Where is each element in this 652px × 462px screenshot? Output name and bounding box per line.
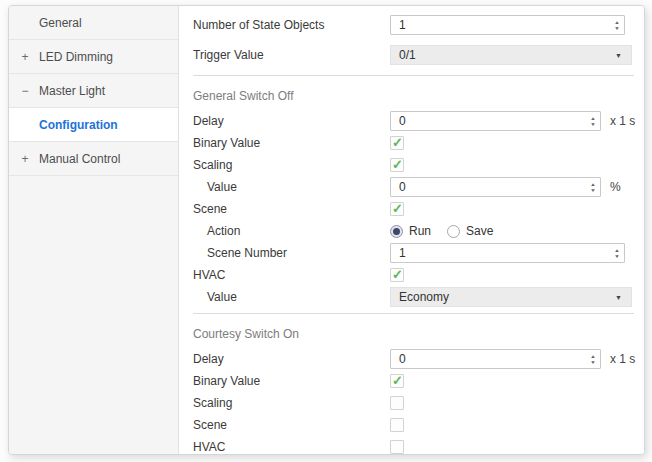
- sidebar-item-label: General: [39, 16, 82, 30]
- param-row-scene-courtesy: Scene: [193, 414, 644, 436]
- dropdown-arrow-icon: ▼: [615, 294, 622, 301]
- hvac-value-select[interactable]: Economy ▼: [390, 287, 632, 307]
- spinner-up-icon[interactable]: ▲: [590, 354, 596, 359]
- action-radio-group: Run Save: [390, 224, 509, 238]
- scaling-value-input-group: ▲ ▼: [390, 177, 601, 197]
- param-row-hvac: HVAC ✓: [193, 264, 644, 286]
- param-row-binary-value-courtesy: Binary Value ✓: [193, 370, 644, 392]
- separator: [193, 75, 634, 76]
- unit-suffix: %: [610, 180, 621, 194]
- spinner-down-icon[interactable]: ▼: [590, 360, 596, 365]
- delay-input[interactable]: [390, 111, 601, 131]
- courtesy-delay-input[interactable]: [390, 349, 601, 369]
- delay-input-group: ▲ ▼: [390, 111, 601, 131]
- param-row-hvac-value: Value Economy ▼: [193, 286, 644, 308]
- radio-dot: [393, 228, 400, 235]
- param-row-scene-number: Scene Number ▲ ▼: [193, 242, 644, 264]
- field-label: Trigger Value: [193, 48, 264, 62]
- field-label: Binary Value: [193, 136, 260, 150]
- spinner-up-icon[interactable]: ▲: [590, 116, 596, 121]
- spinner-arrows[interactable]: ▲ ▼: [590, 112, 596, 130]
- sidebar-item-label: Configuration: [39, 118, 118, 132]
- spinner-down-icon[interactable]: ▼: [614, 26, 620, 31]
- scene-checkbox[interactable]: ✓: [390, 202, 404, 216]
- field-label: Value: [207, 290, 237, 304]
- sidebar-item-label: Master Light: [39, 84, 105, 98]
- app-window: General + LED Dimming − Master Light Con…: [8, 5, 645, 455]
- param-row-action: Action Run Save: [193, 220, 644, 242]
- param-row-scene: Scene ✓: [193, 198, 644, 220]
- param-row-hvac-courtesy: HVAC: [193, 436, 644, 454]
- spinner-arrows[interactable]: ▲ ▼: [614, 16, 620, 34]
- sidebar-item-configuration[interactable]: Configuration: [9, 108, 178, 142]
- param-row-scaling-courtesy: Scaling: [193, 392, 644, 414]
- scene-number-input[interactable]: [390, 243, 625, 263]
- spinner-arrows[interactable]: ▲ ▼: [614, 244, 620, 262]
- radio-label-run: Run: [409, 224, 431, 238]
- sidebar-item-label: LED Dimming: [39, 50, 113, 64]
- scene-number-input-group: ▲ ▼: [390, 243, 625, 263]
- spinner-up-icon[interactable]: ▲: [614, 248, 620, 253]
- spinner-arrows[interactable]: ▲ ▼: [590, 350, 596, 368]
- field-label: Action: [207, 224, 240, 238]
- courtesy-hvac-checkbox[interactable]: [390, 440, 404, 454]
- sidebar-item-label: Manual Control: [39, 152, 120, 166]
- field-label: Number of State Objects: [193, 18, 324, 32]
- courtesy-scene-checkbox[interactable]: [390, 418, 404, 432]
- expand-plus-icon[interactable]: +: [19, 152, 31, 166]
- field-label: Delay: [193, 114, 224, 128]
- field-label: Value: [207, 180, 237, 194]
- selected-option: 0/1: [399, 48, 416, 62]
- action-run-radio[interactable]: [390, 225, 403, 238]
- check-icon: ✓: [392, 373, 403, 388]
- unit-suffix: x 1 s: [610, 114, 635, 128]
- param-row-binary-value: Binary Value ✓: [193, 132, 644, 154]
- spinner-arrows[interactable]: ▲ ▼: [590, 178, 596, 196]
- sidebar: General + LED Dimming − Master Light Con…: [9, 6, 179, 454]
- spinner-up-icon[interactable]: ▲: [614, 20, 620, 25]
- scaling-value-input[interactable]: [390, 177, 601, 197]
- field-label: Scaling: [193, 158, 232, 172]
- spinner-down-icon[interactable]: ▼: [590, 188, 596, 193]
- parameter-panel: Number of State Objects ▲ ▼ Trigger Valu…: [179, 6, 644, 454]
- scaling-checkbox[interactable]: ✓: [390, 158, 404, 172]
- unit-suffix: x 1 s: [610, 352, 635, 366]
- expand-plus-icon[interactable]: +: [19, 50, 31, 64]
- hvac-checkbox[interactable]: ✓: [390, 268, 404, 282]
- trigger-value-select[interactable]: 0/1 ▼: [390, 45, 632, 65]
- param-row-delay-courtesy: Delay ▲ ▼ x 1 s: [193, 348, 644, 370]
- param-row-trigger-value: Trigger Value 0/1 ▼: [193, 40, 644, 70]
- field-label: Scene: [193, 202, 227, 216]
- spinner-down-icon[interactable]: ▼: [590, 122, 596, 127]
- courtesy-scaling-checkbox[interactable]: [390, 396, 404, 410]
- courtesy-delay-input-group: ▲ ▼: [390, 349, 601, 369]
- spinner-up-icon[interactable]: ▲: [590, 182, 596, 187]
- field-label: Scene Number: [207, 246, 287, 260]
- param-row-state-objects: Number of State Objects ▲ ▼: [193, 10, 644, 40]
- check-icon: ✓: [392, 135, 403, 150]
- sidebar-item-manual-control[interactable]: + Manual Control: [9, 142, 178, 176]
- selected-option: Economy: [399, 290, 449, 304]
- action-save-radio[interactable]: [447, 225, 460, 238]
- param-row-scaling-value: Value ▲ ▼ %: [193, 176, 644, 198]
- sidebar-item-led-dimming[interactable]: + LED Dimming: [9, 40, 178, 74]
- field-label: HVAC: [193, 268, 225, 282]
- param-row-delay: Delay ▲ ▼ x 1 s: [193, 110, 644, 132]
- check-icon: ✓: [392, 267, 403, 282]
- radio-label-save: Save: [466, 224, 493, 238]
- field-label: Binary Value: [193, 374, 260, 388]
- spinner-down-icon[interactable]: ▼: [614, 254, 620, 259]
- sidebar-item-general[interactable]: General: [9, 6, 178, 40]
- state-objects-input[interactable]: [390, 15, 625, 35]
- binary-value-checkbox[interactable]: ✓: [390, 136, 404, 150]
- check-icon: ✓: [392, 201, 403, 216]
- field-label: Delay: [193, 352, 224, 366]
- check-icon: ✓: [392, 157, 403, 172]
- collapse-minus-icon[interactable]: −: [19, 84, 31, 98]
- field-label: Scene: [193, 418, 227, 432]
- sidebar-item-master-light[interactable]: − Master Light: [9, 74, 178, 108]
- param-row-scaling: Scaling ✓: [193, 154, 644, 176]
- field-label: Scaling: [193, 396, 232, 410]
- courtesy-binary-value-checkbox[interactable]: ✓: [390, 374, 404, 388]
- dropdown-arrow-icon: ▼: [615, 52, 622, 59]
